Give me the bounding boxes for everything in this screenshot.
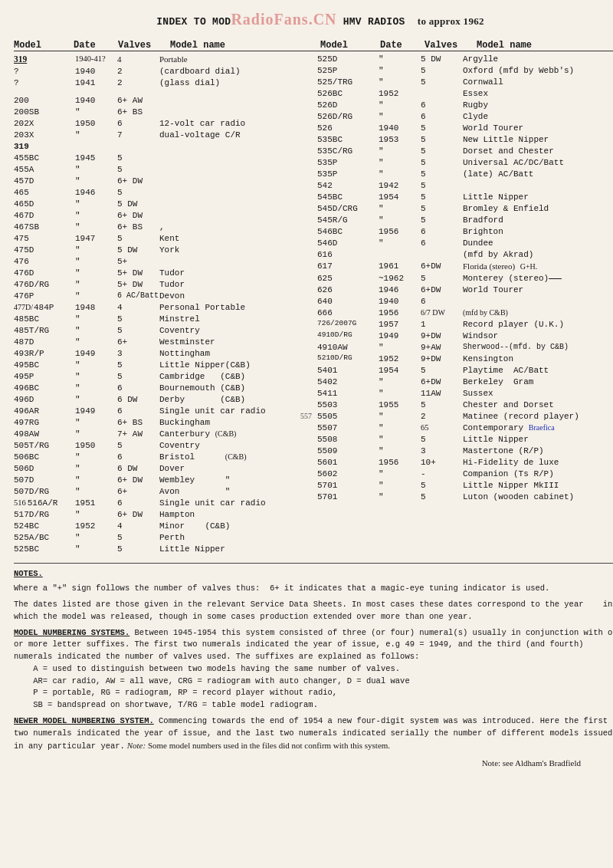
notes-para-4: NEWER MODEL NUMBERING SYSTEM. Commencing… [14,715,613,753]
year-handwritten: to approx 1962 [418,15,484,27]
list-item: 476D " 5+ DW Tudor [14,268,313,279]
list-item: 535BC 1953 5 New Little Nipper [317,134,613,146]
list-item: 546D " 6 Dundee [317,238,613,249]
list-item: 526 1940 5 World Tourer [317,123,613,134]
list-item: 5602 " - Companion (Ts R/P) [317,469,613,480]
list-item: 525BC " 5 Little Nipper [14,544,313,555]
dorset-chester: Dorset and Chester [463,146,613,157]
list-item: 4910D/RG 1949 9+DW Windsor [317,330,613,342]
list-item: 616 (mfd by Akrad) [317,249,613,261]
list-item: 517D/RG " 6+ DW Hampton [14,509,313,521]
list-item: 496AR 1949 6 Single unit car radio [14,406,313,417]
list-item: 495P " 5 Cambridge (C&B) [14,371,313,383]
list-item: 505T/RG 1950 5 Coventry [14,440,313,452]
list-item: 5411 " 11AW Sussex [317,388,613,399]
list-item: 493R/P 1949 3 Nottingham [14,348,313,360]
notes-handwritten: Note: see Aldham's Bradfield [14,757,613,770]
list-item: 477D/484P 1948 4 Personal Portable [14,302,313,314]
list-item: 617 1961 6+DW Florida (stereo) G+H. [317,261,613,273]
list-item: 497RG " 6+ BS Buckingham [14,417,313,429]
list-item: 455BC 1945 5 [14,153,313,164]
list-item: 525D " 5 DW Argylle [317,54,613,65]
list-item: 545D/CRG " 5 Bromley & Enfield [317,203,613,215]
list-item: 546BC 1956 6 Brighton [317,226,613,238]
column-headers: Model Date Valves Model name Model Date … [14,40,613,51]
notes-title: NOTES. [14,568,613,580]
list-item: 476P " 6 AC/Batt Devon [14,291,313,302]
list-item: 319 1940-41? 4 Portable [14,54,313,66]
list-item: 4910AW " 9+AW Sherwood--(mfd. by C&B) [317,342,613,353]
list-item: 476 " 5+ [14,256,313,268]
list-item: 498AW " 7+ AW Canterbury (C&B) [14,429,313,440]
list-item: 545BC 1954 5 Little Nipper [317,192,613,203]
list-item: 5505 " 2 Matinee (record player) 557 [317,411,613,422]
list-item: 200 1940 6+ AW [14,95,313,107]
list-item: 5401 1954 5 Playtime AC/Batt [317,365,613,376]
list-item: 506BC " 6 Bristol (C&B) [14,452,313,463]
list-item: 475D " 5 DW York [14,245,313,256]
list-item: 200SB " 6+ BS [14,107,313,118]
list-item: 455A " 5 [14,164,313,176]
list-item: 626 1946 6+DW World Tourer [317,284,613,296]
list-item: 495BC " 5 Little Nipper(C&B) [14,360,313,371]
list-item: 516516A/R 1951 6 Single unit car radio [14,498,313,509]
notes-para-1: Where a "+" sign follows the number of v… [14,583,613,595]
new-little-nipper: New Little Nipper [463,134,613,146]
list-item: 5503 1955 5 Chester and Dorset [317,399,613,411]
list-item: 5701 " 5 Little Nipper MkIII [317,480,613,492]
list-item: 625 ~1962 5 Monterey (stereo)----- [317,273,613,284]
list-item: 507D " 6+ DW Wembley " [14,475,313,486]
list-item: ? 1940 2 (cardboard dial) [14,66,313,77]
list-item: 496BC " 6 Bournemouth (C&B) [14,383,313,394]
list-item: 5402 " 6+DW Berkeley Gram [317,376,613,388]
list-item: 535P " 5 Universal AC/DC/Batt [317,157,613,169]
list-item: 5508 " 5 Little Nipper [317,434,613,446]
list-item: 475 1947 5 Kent [14,233,313,245]
list-item: 476D/RG " 5+ DW Tudor [14,279,313,291]
list-item: 525/TRG " 5 Cornwall [317,77,613,88]
page-title: INDEX TO MODRadioFans.CN HMV RADIOS to a… [14,8,613,28]
list-item: 319 [14,141,313,153]
list-item: 542 1942 5 [317,180,613,192]
list-item: 5210D/RG 1952 9+DW Kensington [317,353,613,365]
list-item: 465D " 5 DW [14,199,313,210]
list-item: 487D " 6+ Westminster [14,337,313,348]
right-column: 525D " 5 DW Argylle 525P " 5 Oxford (mfd… [313,54,613,555]
list-item: 203X " 7 dual-voltage C/R [14,130,313,141]
list-item: 535C/RG " 5 Dorset and Chester [317,146,613,157]
list-item: 496D " 6 DW Derby (C&B) [14,394,313,406]
list-item: 485BC " 5 Minstrel [14,314,313,325]
watermark-text: RadioFans.CN [231,11,336,28]
notes-para-3: MODEL NUMBERING SYSTEMS. Between 1945-19… [14,627,613,712]
list-item: 526BC 1952 Essex [317,88,613,100]
left-column: 319 1940-41? 4 Portable ? 1940 2 (cardbo… [14,54,313,555]
list-item: 535P " 5 (late) AC/Batt [317,169,613,180]
list-item: 726/2007G 1957 1 Record player (U.K.) [317,319,613,330]
list-item: 526D/RG " 6 Clyde [317,111,613,123]
list-item: 467D " 6+ DW [14,210,313,222]
list-item: 5701 " 5 Luton (wooden cabinet) [317,492,613,503]
list-item: 202X 1950 6 12-volt car radio [14,118,313,130]
list-item: 640 1940 6 [317,296,613,307]
notes-para-2: The dates listed are those given in the … [14,599,613,623]
list-item: 525A/BC " 5 Perth [14,532,313,544]
list-item: 465 1946 5 [14,187,313,199]
list-item: 467SB " 6+ BS , [14,222,313,233]
list-item: 506D " 6 DW Dover [14,463,313,475]
list-item: 457D " 6+ DW [14,176,313,187]
list-item: 524BC 1952 4 Minor (C&B) [14,521,313,532]
list-item: ? 1941 2 (glass dial) [14,77,313,89]
list-item: 526D " 6 Rugby [317,100,613,111]
list-item: 666 1956 6/7 DW (mfd by C&B) [317,307,613,319]
list-item: 485T/RG " 5 Coventry [14,325,313,337]
list-item: 525P " 5 Oxford (mfd by Webb's) [317,65,613,77]
list-item: 507D/RG " 6+ Avon " [14,486,313,498]
list-item: 545R/G " 5 Bradford [317,215,613,226]
list-item: 5507 " 65 Contemporary Braefica [317,422,613,434]
notes-section: NOTES. Where a "+" sign follows the numb… [14,563,613,770]
list-item: 5509 " 3 Mastertone (R/P) [317,446,613,457]
list-item: 5601 1956 10+ Hi-Fidelity de luxe [317,457,613,469]
